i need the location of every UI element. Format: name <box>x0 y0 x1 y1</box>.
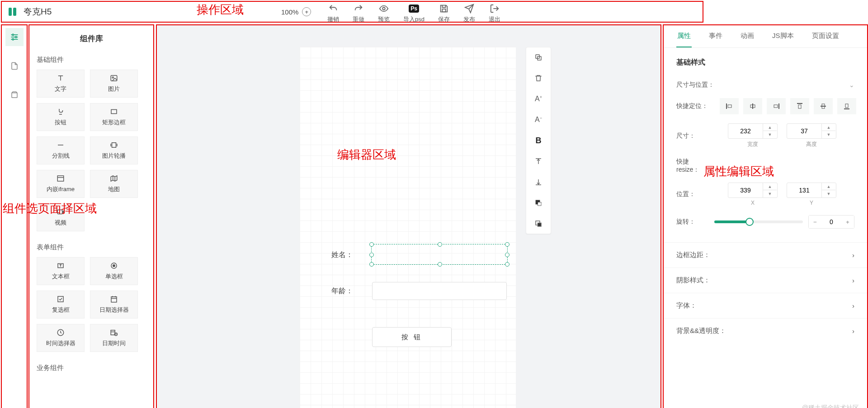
accordion-font[interactable]: 字体：› <box>664 293 867 318</box>
svg-point-20 <box>113 265 115 267</box>
component-basic-video[interactable]: 视频 <box>37 203 85 231</box>
svg-point-9 <box>12 38 14 40</box>
align-top-button[interactable] <box>533 156 544 167</box>
svg-rect-22 <box>111 297 117 302</box>
rotate-stepper[interactable]: − + <box>808 215 854 229</box>
svg-rect-11 <box>111 75 117 81</box>
rail-tab-components[interactable] <box>5 28 24 46</box>
align-bottom-button[interactable] <box>533 177 544 188</box>
row-rotate: 旋转： − + <box>664 211 867 233</box>
save-button[interactable]: 保存 <box>438 4 450 23</box>
rotate-slider[interactable] <box>714 220 803 223</box>
redo-icon <box>354 4 363 14</box>
anchor-right-button[interactable] <box>767 98 786 114</box>
y-input[interactable]: ▲▼ <box>787 183 836 198</box>
send-back-button[interactable] <box>533 218 544 229</box>
layers-icon <box>10 91 19 99</box>
preview-button[interactable]: 预览 <box>378 4 390 23</box>
anchor-bottom-button[interactable] <box>837 98 856 114</box>
radio-icon <box>110 262 118 270</box>
bring-front-button[interactable] <box>533 197 544 208</box>
x-input[interactable]: ▲▼ <box>728 183 778 198</box>
canvas-button[interactable]: 按 钮 <box>372 327 452 347</box>
component-form-radio[interactable]: 单选框 <box>90 257 138 285</box>
accordion-shadow[interactable]: 阴影样式：› <box>664 267 867 293</box>
anchor-left-button[interactable] <box>720 98 739 114</box>
tab-animation[interactable]: 动画 <box>740 32 755 47</box>
step-down-icon[interactable]: ▼ <box>763 131 777 138</box>
step-up-icon[interactable]: ▲ <box>763 124 777 131</box>
height-input[interactable]: ▲▼ <box>787 123 836 139</box>
left-rail <box>1 24 28 408</box>
tab-events[interactable]: 事件 <box>708 32 723 47</box>
zoom-in-button[interactable]: + <box>302 7 311 16</box>
svg-point-2 <box>382 7 385 10</box>
anchor-vcenter-button[interactable] <box>814 98 833 114</box>
exit-button[interactable]: 退出 <box>489 4 500 23</box>
align-bottom-icon <box>534 178 542 186</box>
selection-outline[interactable] <box>371 244 508 265</box>
component-basic-rect[interactable]: 矩形边框 <box>90 103 138 131</box>
font-increase-button[interactable]: A+ <box>533 94 544 104</box>
component-form-textbox[interactable]: 文本框 <box>37 257 85 285</box>
tab-script[interactable]: JS脚本 <box>771 32 795 47</box>
image-icon <box>110 74 118 82</box>
accordion-background[interactable]: 背景&&透明度：› <box>664 318 867 343</box>
canvas-float-toolbar: A+ A− B <box>526 47 551 234</box>
psd-icon: Ps <box>409 4 419 14</box>
canvas[interactable]: 姓名： 年龄： 按 钮 <box>300 47 516 408</box>
svg-rect-42 <box>797 103 802 104</box>
map-icon <box>110 174 118 183</box>
property-tabs: 属性 事件 动画 JS脚本 页面设置 <box>664 28 867 48</box>
component-form-time[interactable]: 时间选择器 <box>37 324 85 352</box>
svg-rect-15 <box>112 143 116 148</box>
component-basic-button[interactable]: 按钮 <box>37 103 85 131</box>
component-form-datetime[interactable]: 日期时间 <box>90 324 138 352</box>
delete-icon <box>534 74 542 82</box>
textbox-icon <box>57 262 65 270</box>
components-icon <box>10 33 19 42</box>
delete-button[interactable] <box>533 73 544 84</box>
width-input[interactable]: ▲▼ <box>728 123 778 139</box>
component-basic-divider[interactable]: 分割线 <box>37 136 85 164</box>
anchor-top-button[interactable] <box>790 98 809 114</box>
component-basic-image[interactable]: 图片 <box>90 70 138 98</box>
component-form-checkbox[interactable]: 复选框 <box>37 291 85 319</box>
undo-icon <box>328 4 338 14</box>
import-psd-button[interactable]: Ps 导入psd <box>403 4 425 23</box>
copy-icon <box>534 53 542 61</box>
component-basic-carousel[interactable]: 图片轮播 <box>90 136 138 164</box>
button-icon <box>57 108 65 116</box>
canvas-input-age[interactable] <box>372 282 507 300</box>
anchor-hcenter-button[interactable] <box>743 98 762 114</box>
publish-button[interactable]: 发布 <box>463 4 475 23</box>
component-basic-map[interactable]: 地图 <box>90 170 138 198</box>
component-basic-text[interactable]: 文字 <box>37 70 85 98</box>
tab-attributes[interactable]: 属性 <box>676 32 692 47</box>
rail-tab-layers[interactable] <box>5 86 24 104</box>
svg-rect-10 <box>12 93 17 98</box>
svg-rect-46 <box>844 108 849 109</box>
row-size-pos[interactable]: 尺寸与位置： ⌄ <box>664 76 867 94</box>
bring-front-icon <box>534 199 542 207</box>
component-form-date[interactable]: 日期选择器 <box>90 291 138 319</box>
page-icon <box>10 62 19 70</box>
accordion-border[interactable]: 边框边距：› <box>664 242 867 267</box>
undo-button[interactable]: 撤销 <box>327 4 339 23</box>
svg-rect-17 <box>57 210 62 214</box>
font-decrease-button[interactable]: A− <box>533 114 544 125</box>
checkbox-icon <box>57 295 65 303</box>
rotate-minus-button[interactable]: − <box>809 216 821 228</box>
app-logo-icon <box>7 6 18 17</box>
rail-tab-pages[interactable] <box>5 57 24 75</box>
rotate-plus-button[interactable]: + <box>841 216 854 228</box>
font-decrease-icon: A− <box>535 116 542 124</box>
copy-button[interactable] <box>533 52 544 63</box>
bold-button[interactable]: B <box>533 135 544 146</box>
bold-icon: B <box>536 136 542 145</box>
tab-page[interactable]: 页面设置 <box>811 32 840 47</box>
svg-rect-33 <box>538 202 542 206</box>
component-basic-iframe[interactable]: 内嵌iframe <box>37 170 85 198</box>
redo-button[interactable]: 重做 <box>353 4 364 23</box>
canvas-label-age: 年龄： <box>331 286 353 296</box>
